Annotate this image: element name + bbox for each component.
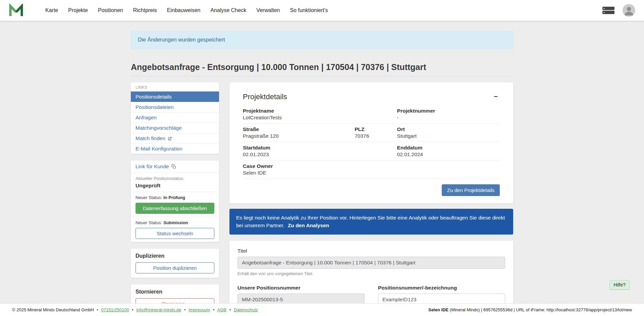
cancel-title: Stornieren <box>136 289 214 295</box>
sidebar-item-label: Positionsdetails <box>136 94 172 100</box>
our-position-number-label: Unsere Positionsnummer <box>237 285 365 291</box>
field-value: 02.01.2024 <box>397 151 500 158</box>
customer-link[interactable]: Link für Kunde <box>136 164 176 170</box>
avatar <box>623 4 635 17</box>
server-button[interactable] <box>602 6 614 14</box>
project-details-card: Projektdetails − Projektname LotCreation… <box>229 82 513 203</box>
links-header: LINKS <box>131 82 219 91</box>
field-case-owner: Case Owner Selen IDE <box>243 163 500 176</box>
sidebar-item-positionsdetails[interactable]: Positionsdetails <box>131 91 219 102</box>
minus-icon: − <box>494 93 498 100</box>
sidebar-item-match-finden[interactable]: Match finden <box>131 133 219 143</box>
field-value: 70376 <box>355 133 397 139</box>
next-status-2-label: Neuer Status: <box>136 220 162 225</box>
dot-separator: • <box>184 307 186 312</box>
nav-item-karte[interactable]: Karte <box>40 4 63 17</box>
title-help: Erhält den von uns vorgegebenen Titel. <box>237 271 505 276</box>
external-link-icon <box>168 136 172 141</box>
field-startdatum: Startdatum 02.01.2023 <box>243 144 397 158</box>
person-icon <box>623 4 635 17</box>
field-value: - <box>397 114 500 121</box>
footer: © 2025 Mineral Minds Deutschland GmbH • … <box>0 303 644 316</box>
next-status-1: Neuer Status: In Prüfung <box>136 195 214 200</box>
field-projektname: Projektname LotCreationTests <box>243 108 397 121</box>
field-enddatum: Enddatum 02.01.2024 <box>397 144 500 158</box>
footer-link-impressum[interactable]: Impressum <box>189 307 210 312</box>
success-alert: Die Änderungen wurden gespeichert <box>131 31 513 49</box>
field-label: Case Owner <box>243 163 500 170</box>
duplicate-card: Duplizieren Position duplizieren <box>131 249 219 278</box>
nav-item-projekte[interactable]: Projekte <box>63 4 93 17</box>
project-row: Projektname LotCreationTests Projektnumm… <box>243 105 500 124</box>
current-status-label: Aktueller Positionsstatus: <box>136 176 214 181</box>
nav-item-verwalten[interactable]: Verwalten <box>251 4 285 17</box>
session-user: Selen IDE <box>428 307 448 312</box>
collapse-button[interactable]: − <box>492 92 500 101</box>
analytics-message: Es liegt noch keine Analytik zu Ihrer Po… <box>236 215 505 228</box>
field-value: 02.01.2023 <box>243 151 397 158</box>
sidebar-item-label: Anfragen <box>136 115 157 121</box>
project-row: Startdatum 02.01.2023 Enddatum 02.01.202… <box>243 142 500 161</box>
title-label: Titel <box>237 248 505 254</box>
next-status-1-section: Neuer Status: In Prüfung Datenerfassung … <box>131 192 219 217</box>
next-status-2: Neuer Status: Submission <box>136 220 214 225</box>
field-label: Straße <box>243 126 355 133</box>
status-card: Link für Kunde Aktueller Positionsstatus… <box>131 161 219 242</box>
page-title: Angebotsanfrage - Entsorgung | 10.000 To… <box>131 62 513 72</box>
position-number-label: Positionsnummer/-bezeichnung <box>378 285 505 291</box>
user-avatar[interactable] <box>623 4 635 17</box>
copyright: © 2025 Mineral Minds Deutschland GmbH <box>12 307 94 312</box>
app-logo[interactable] <box>9 4 23 17</box>
complete-data-entry-button[interactable]: Datenerfassung abschließen <box>136 203 214 214</box>
analytics-banner: Es liegt noch keine Analytik zu Ihrer Po… <box>229 209 513 235</box>
top-navbar: Karte Projekte Positionen Richtpreis Ein… <box>0 0 644 21</box>
sidebar-item-positionsdateien[interactable]: Positionsdateien <box>131 102 219 112</box>
next-status-1-label: Neuer Status: <box>136 195 162 200</box>
field-value: Selen IDE <box>243 170 500 176</box>
field-label: PLZ <box>355 126 397 133</box>
sidebar-item-anfragen[interactable]: Anfragen <box>131 112 219 123</box>
footer-link-datenschutz[interactable]: Datenschutz <box>234 307 258 312</box>
nav-item-analyse-check[interactable]: Analyse Check <box>205 4 251 17</box>
alert-message: Die Änderungen wurden gespeichert <box>138 37 225 43</box>
sidebar-item-label: Matchingvorschläge <box>136 125 182 131</box>
duplicate-position-button[interactable]: Position duplizieren <box>136 262 214 273</box>
nav-item-einbauweisen[interactable]: Einbauweisen <box>162 4 206 17</box>
switch-status-button[interactable]: Status wechseln <box>136 228 214 239</box>
project-details-link-button[interactable]: Zu den Projektdetails <box>442 184 500 196</box>
field-label: Startdatum <box>243 144 397 151</box>
nav-item-so-funktionierts[interactable]: So funktioniert's <box>285 4 333 17</box>
sidebar-item-matchingvorschlaege[interactable]: Matchingvorschläge <box>131 123 219 133</box>
footer-link-agb[interactable]: AGB <box>217 307 226 312</box>
logo-icon <box>9 4 23 17</box>
dot-separator: • <box>132 307 133 312</box>
title-input <box>237 257 505 269</box>
sidebar-item-label: E-Mail Konfiguration <box>136 146 182 152</box>
footer-link-email[interactable]: info@mineral-minds.de <box>136 307 181 312</box>
current-status-value: Ungeprüft <box>136 183 214 189</box>
field-label: Projektname <box>243 108 397 114</box>
field-label: Projektnummer <box>397 108 500 114</box>
next-status-2-section: Neuer Status: Submission Status wechseln <box>131 217 219 242</box>
session-info: Selen IDE (Mineral Minds) | 69576255536d… <box>428 307 632 312</box>
copy-icon <box>171 164 176 169</box>
field-label: Ort <box>397 126 500 133</box>
help-button[interactable]: Hilfe? <box>609 280 630 290</box>
nav-item-richtpreis[interactable]: Richtpreis <box>128 4 162 17</box>
analytics-link[interactable]: Zu den Analysen <box>288 223 329 228</box>
main-nav: Karte Projekte Positionen Richtpreis Ein… <box>40 4 333 17</box>
sidebar: LINKS Positionsdetails Positionsdateien … <box>131 82 219 316</box>
sidebar-item-email-konfiguration[interactable]: E-Mail Konfiguration <box>131 143 219 154</box>
nav-item-positionen[interactable]: Positionen <box>93 4 128 17</box>
footer-link-phone[interactable]: 07151/250100 <box>101 307 129 312</box>
current-status-section: Aktueller Positionsstatus: Ungeprüft <box>131 173 219 192</box>
field-projektnummer: Projektnummer - <box>397 108 500 121</box>
field-label: Enddatum <box>397 144 500 151</box>
title-divider <box>131 76 513 76</box>
field-value: LotCreationTests <box>243 114 397 121</box>
sidebar-item-label: Positionsdateien <box>136 104 174 110</box>
dot-separator: • <box>213 307 215 312</box>
field-plz: PLZ 70376 <box>355 126 397 139</box>
dot-separator: • <box>229 307 231 312</box>
field-ort: Ort Stuttgart <box>397 126 500 139</box>
